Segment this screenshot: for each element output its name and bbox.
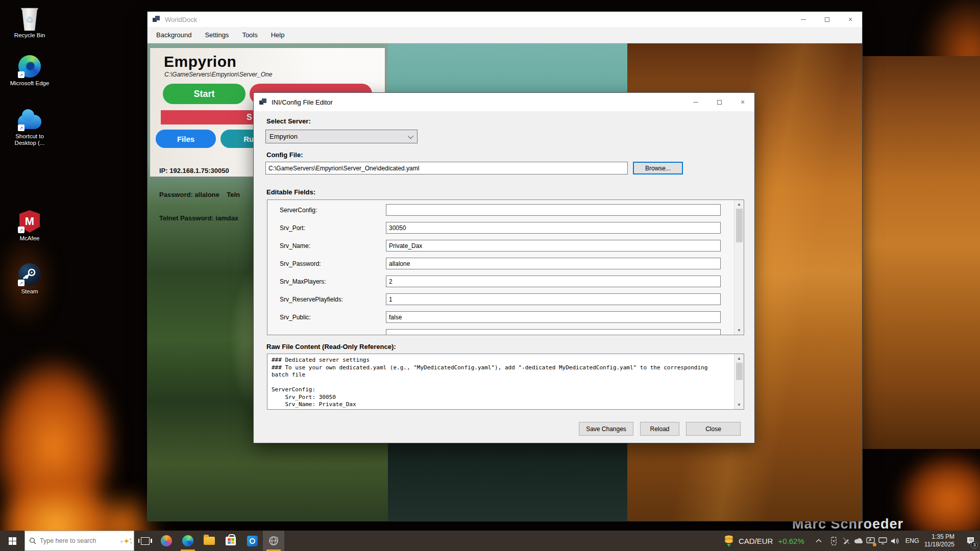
desktop-icon-label: McAfee [20, 235, 40, 242]
server-select-dropdown[interactable]: Empyrion [265, 130, 418, 143]
field-input-srv-maxplayers[interactable] [386, 276, 721, 287]
field-input-srv-name[interactable] [386, 240, 721, 252]
field-label: Srv_Public: [280, 314, 311, 321]
dialog-minimize-button[interactable] [684, 93, 707, 111]
desktop-icon-recycle-bin[interactable]: ♲ Recycle Bin [4, 6, 55, 39]
window-title: WorldDock [165, 16, 197, 23]
dialog-titlebar[interactable]: INI/Config File Editor × [254, 93, 754, 111]
field-label: ServerConfig: [280, 207, 317, 214]
field-label: Srv_Port: [280, 224, 305, 232]
shortcut-arrow-icon: ↗ [18, 71, 24, 78]
taskbar-app-edge[interactable] [177, 531, 199, 551]
dialog-close-button[interactable]: × [731, 93, 754, 111]
edge-icon [182, 535, 193, 546]
desktop-icon-microsoft-edge[interactable]: ↗ Microsoft Edge [4, 54, 55, 87]
fields-scrollbar[interactable]: ▲ ▼ [734, 200, 744, 335]
taskbar-app-worlddock[interactable] [263, 531, 284, 551]
currency-change[interactable]: +0.62% [778, 537, 804, 545]
field-label: Srv_MaxPlayers: [280, 278, 326, 285]
clock-time: 1:35 PM [924, 533, 954, 541]
cast-screen-icon[interactable] [865, 531, 877, 551]
field-input-srv-reserveplayfields[interactable] [386, 293, 721, 305]
taskbar-app-store[interactable] [220, 531, 241, 551]
editable-fields-panel: ServerConfig: Srv_Port: Srv_Name: Srv_Pa… [267, 199, 744, 335]
menu-settings[interactable]: Settings [205, 31, 229, 39]
files-button[interactable]: Files [156, 130, 216, 148]
save-changes-button[interactable]: Save Changes [579, 422, 633, 436]
scrollbar-thumb[interactable] [736, 363, 743, 380]
menu-tools[interactable]: Tools [242, 31, 257, 39]
pen-disabled-icon[interactable] [840, 531, 852, 551]
dialog-app-icon [259, 98, 267, 106]
recycle-bin-icon: ♲ [17, 6, 42, 31]
desktop-icon-label: Steam [21, 288, 38, 295]
recycle-glyph: ♲ [26, 15, 33, 26]
tray-badge-dot [873, 543, 876, 546]
desktop-icon-steam[interactable]: ↗ Steam [4, 262, 55, 295]
taskbar-app-outlook[interactable] [241, 531, 263, 551]
taskbar: ✦••✧ CAD/EUR +0.62% [0, 531, 980, 551]
dialog-maximize-button[interactable] [707, 93, 731, 111]
scroll-up-icon[interactable]: ▲ [737, 354, 741, 363]
hidden-icons-chevron[interactable] [816, 539, 822, 543]
raw-content-label: Raw File Content (Read-Only Reference): [266, 343, 396, 350]
menu-background[interactable]: Background [156, 31, 191, 39]
config-path-input[interactable] [265, 162, 628, 174]
close-button[interactable]: × [839, 12, 862, 27]
raw-file-content-box[interactable]: ### Dedicated server settings ### To use… [267, 354, 744, 410]
field-input-srv-port[interactable] [386, 222, 721, 234]
network-display-icon[interactable] [877, 531, 889, 551]
dialog-window-controls: × [684, 93, 754, 111]
taskbar-app-copilot[interactable] [156, 531, 177, 551]
raw-content-scrollbar[interactable]: ▲ ▼ [734, 354, 744, 409]
browse-button[interactable]: Browse... [633, 162, 683, 174]
field-input-srv-password[interactable] [386, 258, 721, 269]
scrollbar-thumb[interactable] [736, 209, 743, 242]
taskbar-search[interactable]: ✦••✧ [24, 531, 134, 551]
start-button-windows[interactable] [0, 531, 24, 551]
edge-icon: ↗ [17, 54, 42, 79]
start-button[interactable]: Start [163, 84, 246, 104]
worlddock-app-icon [153, 16, 160, 23]
phone-link-icon[interactable] [828, 531, 840, 551]
desktop-icon-label: Shortcut to Desktop (... [5, 133, 54, 146]
field-label: Srv_ReservePlayfields: [280, 296, 343, 303]
maximize-button[interactable] [815, 12, 839, 27]
editable-fields-label: Editable Fields: [266, 188, 315, 196]
close-dialog-button[interactable]: Close [686, 422, 741, 436]
scroll-down-icon[interactable]: ▼ [737, 326, 741, 335]
field-input-partial[interactable] [386, 329, 721, 335]
shortcut-arrow-icon: ↗ [18, 227, 24, 233]
reload-button[interactable]: Reload [640, 422, 679, 436]
desktop-icon-shortcut-to-desktop[interactable]: ↗ Shortcut to Desktop (... [4, 107, 55, 146]
field-input-srv-public[interactable] [386, 311, 721, 323]
search-input[interactable] [40, 537, 119, 544]
notification-center-button[interactable]: 3 [961, 531, 980, 551]
mcafee-shield-icon: M ↗ [17, 209, 42, 234]
worlddock-titlebar[interactable]: WorldDock × [148, 12, 862, 27]
desktop-icon-mcafee[interactable]: M ↗ McAfee [4, 209, 55, 242]
clock-date: 11/18/2025 [924, 541, 954, 548]
desktop-icon-label: Recycle Bin [14, 32, 45, 39]
onedrive-icon[interactable] [852, 531, 865, 551]
menu-help[interactable]: Help [271, 31, 285, 39]
minimize-button[interactable] [792, 12, 815, 27]
scroll-down-icon[interactable]: ▼ [737, 400, 741, 409]
chevron-down-icon [408, 133, 413, 138]
field-label: Srv_Name: [280, 242, 310, 249]
microsoft-store-icon [226, 537, 236, 545]
file-explorer-icon [204, 537, 215, 545]
volume-icon[interactable] [889, 531, 901, 551]
taskbar-clock[interactable]: 1:35 PM 11/18/2025 [924, 533, 954, 548]
language-indicator[interactable]: ENG [905, 537, 919, 544]
scroll-up-icon[interactable]: ▲ [737, 200, 741, 209]
taskbar-app-task-view[interactable] [134, 531, 156, 551]
canyon-wallpaper-section [863, 56, 980, 449]
stop-bar-label: S [247, 113, 252, 122]
search-icon [29, 537, 36, 544]
currency-pair[interactable]: CAD/EUR [739, 537, 773, 545]
taskbar-app-file-explorer[interactable] [199, 531, 220, 551]
field-label: Srv_Password: [280, 260, 321, 267]
field-input-serverconfig[interactable] [386, 204, 721, 216]
dialog-body: Select Server: Empyrion Config File: Bro… [254, 111, 754, 444]
